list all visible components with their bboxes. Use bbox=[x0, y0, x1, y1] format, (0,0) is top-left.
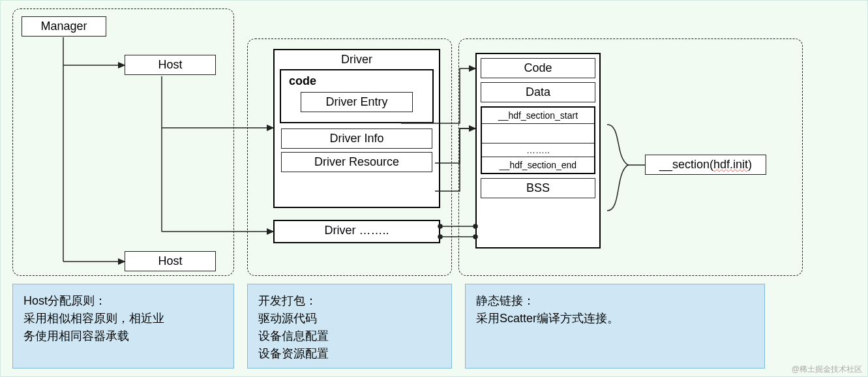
label-bss: BSS bbox=[526, 181, 550, 194]
label-code-bold: code bbox=[286, 74, 427, 88]
label-hdf-end: __hdf_section_end bbox=[500, 160, 576, 170]
watermark: @稀土掘金技术社区 bbox=[792, 364, 862, 375]
label-host-1: Host bbox=[158, 58, 182, 71]
label-driver-resource: Driver Resource bbox=[314, 155, 399, 168]
label-driver-info: Driver Info bbox=[329, 132, 383, 145]
label-driver-entry: Driver Entry bbox=[325, 95, 387, 108]
box-host-1: Host bbox=[125, 55, 216, 75]
box-hdf-mid: …….. bbox=[482, 143, 594, 157]
label-section-arg: hdf.init bbox=[713, 158, 748, 171]
label-hdf-start: __hdf_section_start bbox=[498, 110, 578, 121]
caption-mid-line3: 设备资源配置 bbox=[258, 345, 441, 363]
label-section-text: __section( bbox=[659, 158, 713, 171]
caption-mid-line2: 设备信息配置 bbox=[258, 327, 441, 345]
box-driver-group: Driver code Driver Entry Driver Info Dri… bbox=[273, 49, 440, 208]
box-data-section: Data bbox=[481, 82, 595, 102]
caption-left-line2: 务使用相同容器承载 bbox=[23, 327, 223, 345]
label-section-close: ) bbox=[748, 158, 752, 171]
caption-left: Host分配原则： 采用相似相容原则，相近业 务使用相同容器承载 bbox=[12, 284, 234, 369]
label-manager: Manager bbox=[40, 20, 87, 33]
label-driver-title: Driver bbox=[275, 50, 439, 69]
box-hdf-start: __hdf_section_start bbox=[482, 108, 594, 124]
box-driver-entry: Driver Entry bbox=[301, 92, 413, 112]
box-hdf-group: __hdf_section_start …….. __hdf_section_e… bbox=[481, 106, 595, 174]
box-bss: BSS bbox=[481, 178, 595, 198]
box-manager: Manager bbox=[22, 16, 106, 37]
box-section-annotation: __section(hdf.init) bbox=[645, 155, 766, 175]
panel-manager-host bbox=[12, 8, 234, 276]
label-host-2: Host bbox=[158, 254, 182, 267]
caption-left-line1: 采用相似相容原则，相近业 bbox=[23, 310, 223, 327]
box-sections-outer: Code Data __hdf_section_start …….. __hdf… bbox=[475, 53, 601, 249]
caption-right-title: 静态链接： bbox=[476, 292, 754, 310]
box-code-section: Code bbox=[481, 58, 595, 78]
box-driver-info: Driver Info bbox=[281, 128, 432, 149]
caption-right: 静态链接： 采用Scatter编译方式连接。 bbox=[465, 284, 765, 369]
label-data-section: Data bbox=[526, 85, 550, 98]
caption-right-line1: 采用Scatter编译方式连接。 bbox=[476, 310, 754, 327]
label-hdf-mid: …….. bbox=[526, 145, 550, 155]
box-hdf-end: __hdf_section_end bbox=[482, 157, 594, 173]
caption-left-title: Host分配原则： bbox=[23, 292, 223, 310]
box-driver-more: Driver …….. bbox=[273, 220, 440, 243]
box-hdf-blank bbox=[482, 124, 594, 143]
label-driver-more: Driver …….. bbox=[325, 224, 389, 237]
label-code-section: Code bbox=[524, 61, 552, 74]
caption-mid: 开发打包： 驱动源代码 设备信息配置 设备资源配置 bbox=[247, 284, 452, 369]
box-driver-resource: Driver Resource bbox=[281, 152, 432, 172]
box-code: code Driver Entry bbox=[280, 69, 434, 123]
box-host-2: Host bbox=[125, 251, 216, 271]
caption-mid-line1: 驱动源代码 bbox=[258, 310, 441, 327]
diagram-canvas: Manager Host Host Driver code Driver Ent… bbox=[0, 0, 868, 377]
caption-mid-title: 开发打包： bbox=[258, 292, 441, 310]
